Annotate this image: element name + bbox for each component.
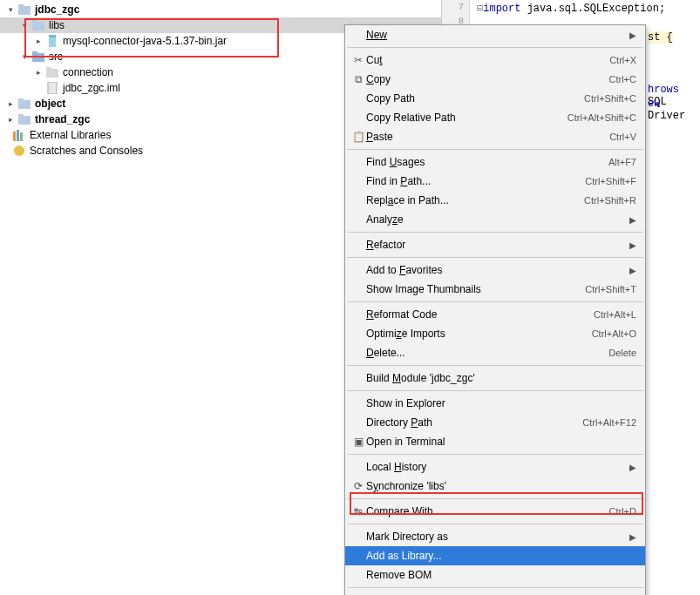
menu-reformat-code[interactable]: Reformat Code Ctrl+Alt+L bbox=[345, 305, 645, 324]
separator bbox=[347, 498, 643, 499]
menu-optimize-imports[interactable]: Optimize Imports Ctrl+Alt+O bbox=[345, 324, 645, 343]
submenu-arrow-icon: ▶ bbox=[629, 463, 636, 472]
line-number: 7 bbox=[458, 2, 464, 12]
menu-compare-with[interactable]: ↹ Compare With... Ctrl+D bbox=[345, 502, 645, 521]
svg-rect-17 bbox=[20, 132, 23, 141]
svg-rect-8 bbox=[46, 69, 58, 78]
menu-paste[interactable]: 📋 Paste Ctrl+V bbox=[345, 127, 645, 146]
menu-open-in-terminal[interactable]: ▣ Open in Terminal bbox=[345, 432, 645, 451]
menu-directory-path[interactable]: Directory Path Ctrl+Alt+F12 bbox=[345, 413, 645, 432]
code-fragment: ew Driver bbox=[648, 98, 700, 122]
separator bbox=[347, 587, 643, 588]
svg-rect-11 bbox=[18, 100, 31, 109]
shortcut: Ctrl+Shift+F bbox=[585, 176, 636, 186]
menu-diagrams[interactable]: ◧ Diagrams ▶ bbox=[345, 591, 645, 595]
separator bbox=[347, 365, 643, 366]
menu-cut[interactable]: ✂ Cut Ctrl+X bbox=[345, 51, 645, 70]
tree-label: connection bbox=[63, 66, 113, 78]
menu-copy-path[interactable]: Copy Path Ctrl+Shift+C bbox=[345, 89, 645, 108]
menu-add-to-favorites[interactable]: Add to Favorites ▶ bbox=[345, 260, 645, 280]
svg-rect-14 bbox=[18, 114, 24, 117]
svg-rect-9 bbox=[46, 67, 51, 70]
menu-replace-in-path[interactable]: Replace in Path... Ctrl+Shift+R bbox=[345, 191, 645, 210]
menu-find-in-path[interactable]: Find in Path... Ctrl+Shift+F bbox=[345, 172, 645, 191]
submenu-arrow-icon: ▶ bbox=[629, 266, 636, 275]
separator bbox=[347, 301, 643, 302]
svg-rect-7 bbox=[32, 51, 37, 54]
shortcut: Ctrl+Alt+F12 bbox=[582, 417, 636, 428]
svg-rect-3 bbox=[32, 20, 37, 23]
shortcut: Ctrl+Shift+C bbox=[584, 93, 636, 104]
menu-local-history[interactable]: Local History ▶ bbox=[345, 457, 645, 477]
shortcut: Ctrl+Shift+R bbox=[584, 195, 636, 206]
library-icon bbox=[12, 128, 26, 142]
shortcut: Ctrl+C bbox=[609, 74, 636, 85]
menu-mark-directory-as[interactable]: Mark Directory as ▶ bbox=[345, 527, 645, 546]
chevron-down-icon: ▾ bbox=[19, 20, 30, 30]
menu-find-usages[interactable]: Find Usages Alt+F7 bbox=[345, 152, 645, 172]
file-icon bbox=[45, 81, 59, 95]
tree-label: thread_zgc bbox=[35, 113, 90, 125]
submenu-arrow-icon: ▶ bbox=[629, 240, 636, 250]
separator bbox=[347, 47, 643, 48]
folder-icon bbox=[17, 112, 31, 126]
separator bbox=[347, 257, 643, 258]
menu-show-thumbnails[interactable]: Show Image Thumbnails Ctrl+Shift+T bbox=[345, 280, 645, 299]
svg-point-18 bbox=[14, 145, 24, 156]
submenu-arrow-icon: ▶ bbox=[629, 532, 636, 542]
tree-label: object bbox=[35, 98, 65, 110]
menu-show-in-explorer[interactable]: Show in Explorer bbox=[345, 394, 645, 413]
menu-synchronize[interactable]: ⟳ Synchronize 'libs' bbox=[345, 477, 645, 496]
chevron-down-icon: ▾ bbox=[19, 51, 30, 62]
scissors-icon: ✂ bbox=[350, 54, 366, 66]
tree-label: mysql-connector-java-5.1.37-bin.jar bbox=[63, 35, 227, 47]
separator bbox=[347, 454, 643, 455]
separator bbox=[347, 524, 643, 524]
shortcut: Delete bbox=[608, 348, 636, 358]
svg-rect-2 bbox=[32, 22, 44, 30]
jar-icon bbox=[45, 34, 59, 48]
compare-icon: ↹ bbox=[350, 505, 366, 517]
context-menu: New ▶ ✂ Cut Ctrl+X ⧉ Copy Ctrl+C Copy Pa… bbox=[344, 24, 646, 595]
separator bbox=[347, 149, 643, 150]
folder-icon bbox=[17, 97, 31, 111]
menu-build-module[interactable]: Build Module 'jdbc_zgc' bbox=[345, 368, 645, 388]
code-line: ⊟import java.sql.SQLException; bbox=[477, 2, 665, 15]
terminal-icon: ▣ bbox=[350, 436, 366, 448]
submenu-arrow-icon: ▶ bbox=[629, 215, 636, 225]
chevron-right-icon: ▸ bbox=[33, 67, 44, 78]
folder-icon bbox=[31, 18, 45, 32]
menu-remove-bom[interactable]: Remove BOM bbox=[345, 565, 645, 585]
svg-rect-6 bbox=[32, 53, 44, 62]
shortcut: Ctrl+Shift+T bbox=[585, 284, 636, 294]
svg-rect-0 bbox=[18, 6, 31, 15]
svg-rect-5 bbox=[49, 35, 56, 37]
chevron-right-icon: ▸ bbox=[33, 36, 44, 46]
tree-label: src bbox=[49, 51, 63, 63]
shortcut: Alt+F7 bbox=[608, 157, 636, 167]
copy-icon: ⧉ bbox=[350, 73, 366, 85]
source-folder-icon bbox=[31, 50, 45, 64]
svg-rect-12 bbox=[18, 98, 24, 101]
tree-item-jdbc-zgc[interactable]: ▾ jdbc_zgc bbox=[0, 2, 441, 17]
menu-refactor[interactable]: Refactor ▶ bbox=[345, 235, 645, 254]
svg-rect-13 bbox=[18, 116, 31, 125]
menu-add-as-library[interactable]: Add as Library... bbox=[345, 546, 645, 565]
menu-analyze[interactable]: Analyze ▶ bbox=[345, 210, 645, 229]
separator bbox=[347, 390, 643, 391]
menu-delete[interactable]: Delete... Delete bbox=[345, 343, 645, 362]
shortcut: Ctrl+D bbox=[609, 506, 636, 517]
menu-new[interactable]: New ▶ bbox=[345, 25, 645, 44]
scratch-icon bbox=[12, 144, 26, 158]
chevron-right-icon: ▸ bbox=[5, 98, 16, 109]
shortcut: Ctrl+Alt+L bbox=[594, 309, 636, 320]
package-icon bbox=[45, 65, 59, 79]
shortcut: Ctrl+Alt+Shift+C bbox=[567, 112, 636, 123]
svg-rect-16 bbox=[17, 130, 19, 141]
tree-label: jdbc_zgc bbox=[35, 3, 79, 16]
tree-label: libs bbox=[49, 19, 65, 31]
menu-copy-relative-path[interactable]: Copy Relative Path Ctrl+Alt+Shift+C bbox=[345, 108, 645, 127]
menu-copy[interactable]: ⧉ Copy Ctrl+C bbox=[345, 70, 645, 89]
svg-rect-15 bbox=[13, 132, 16, 141]
svg-rect-1 bbox=[18, 4, 24, 7]
